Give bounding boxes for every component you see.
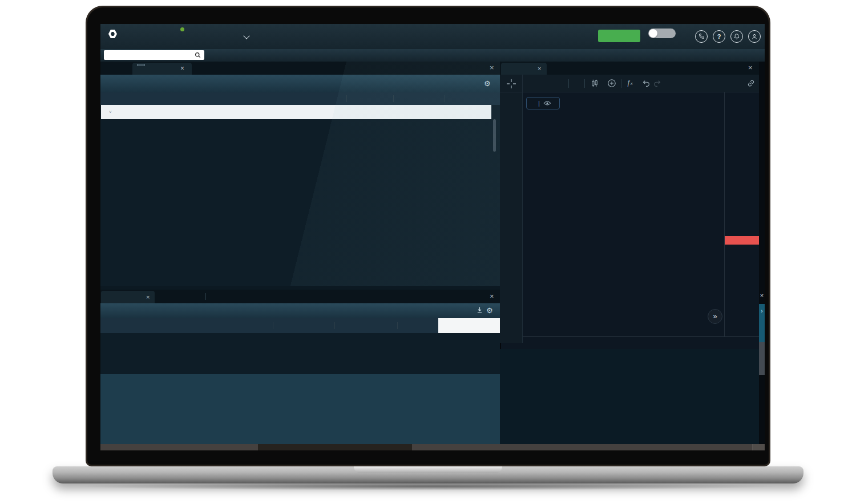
expand-panel-tab[interactable]: ›: [759, 304, 765, 342]
indicators-fx-icon[interactable]: ƒx: [627, 79, 633, 87]
section-chevron-icon: ˅: [109, 109, 112, 115]
scrollbar-thumb[interactable]: [258, 444, 412, 450]
price-axis[interactable]: [724, 92, 759, 336]
laptop-base: [53, 466, 803, 483]
chart-plot-area[interactable]: |: [523, 92, 724, 336]
watchlist-scrollbar[interactable]: [493, 119, 496, 280]
positions-settings-gear-icon[interactable]: ⚙: [486, 306, 493, 315]
ohlc-readout: [527, 111, 544, 118]
link-icon[interactable]: [746, 79, 756, 90]
app-header: ?: [100, 24, 765, 49]
close-icon[interactable]: ×: [759, 292, 765, 299]
laptop-base-notch: [354, 466, 502, 473]
scroll-to-latest-button[interactable]: »: [708, 309, 722, 324]
watchlist-panel-close-icon[interactable]: ×: [490, 65, 494, 71]
compare-plus-icon[interactable]: [607, 79, 616, 90]
positions-table-header: [100, 318, 500, 333]
redo-icon[interactable]: [653, 79, 662, 90]
one-click-trading-toggle[interactable]: [648, 29, 676, 38]
collapsed-side-strip: × ›: [759, 62, 765, 450]
account-chevron-down-icon[interactable]: [243, 32, 249, 39]
laptop-shadow: [74, 482, 782, 490]
close-all-positions-header[interactable]: [438, 318, 500, 333]
logo-hexagon-o-icon: [108, 30, 117, 38]
search-input[interactable]: [107, 51, 195, 59]
candlestick-chart: [523, 92, 724, 336]
create-new-watchlist-tab[interactable]: [137, 64, 145, 66]
chart-tabbar: × ×: [500, 62, 759, 75]
active-status-dot-icon: [180, 27, 184, 31]
positions-toolbar: ⚙: [100, 303, 500, 318]
horizontal-scrollbar[interactable]: [100, 444, 765, 450]
toggle-knob: [649, 29, 657, 38]
watchlist-toolbar: ⚙: [100, 75, 500, 92]
watchlist-panel: × × ⚙ ˅: [100, 62, 500, 286]
time-axis[interactable]: ⚙: [523, 336, 759, 349]
positions-rows: [100, 333, 500, 374]
positions-panel-close-icon[interactable]: ×: [490, 294, 494, 299]
chart-toolbar: ƒx: [500, 75, 759, 92]
visibility-eye-icon[interactable]: [543, 100, 551, 106]
positions-tabbar: × ×: [100, 290, 500, 303]
user-profile-icon[interactable]: [748, 30, 761, 43]
watchlist-settings-gear-icon[interactable]: ⚙: [484, 79, 491, 88]
page: ? × × ⚙: [0, 0, 856, 504]
last-price-marker: [725, 236, 760, 245]
tab-close-icon[interactable]: ×: [538, 66, 541, 71]
chart-legend[interactable]: |: [526, 97, 560, 109]
tab-close-icon[interactable]: ×: [180, 66, 184, 71]
workspace-nav-bar: [100, 49, 765, 62]
positions-empty-area: [100, 374, 500, 444]
download-icon[interactable]: [476, 306, 483, 316]
chart-drawing-toolbar: [500, 92, 523, 343]
help-icon[interactable]: ?: [713, 30, 725, 43]
forex-logo: [108, 30, 118, 38]
scrollbar-right-segment: [752, 444, 765, 450]
add-funds-button[interactable]: [598, 30, 640, 42]
search-icon: [195, 52, 201, 58]
watchlist-tabbar: × ×: [100, 62, 500, 75]
search-markets-box[interactable]: [104, 50, 204, 60]
popular-markets-section-header[interactable]: ˅: [101, 105, 491, 119]
candle-style-icon[interactable]: [590, 79, 599, 90]
news-feed: [500, 349, 759, 450]
collapsed-panel-handle[interactable]: [759, 342, 765, 375]
account-selector[interactable]: [180, 26, 187, 33]
phone-support-icon[interactable]: [695, 30, 708, 43]
undo-icon[interactable]: [641, 79, 651, 90]
chart-panel-close-icon[interactable]: ×: [748, 65, 753, 71]
crosshair-tool[interactable]: [500, 75, 523, 92]
notifications-bell-icon[interactable]: [730, 30, 743, 43]
tab-close-icon[interactable]: ×: [146, 294, 150, 300]
watchlist-table-header: [100, 92, 500, 105]
crosshair-icon: [506, 79, 516, 89]
watchlist-rows: [100, 119, 500, 280]
app-window: ? × × ⚙: [100, 24, 765, 450]
